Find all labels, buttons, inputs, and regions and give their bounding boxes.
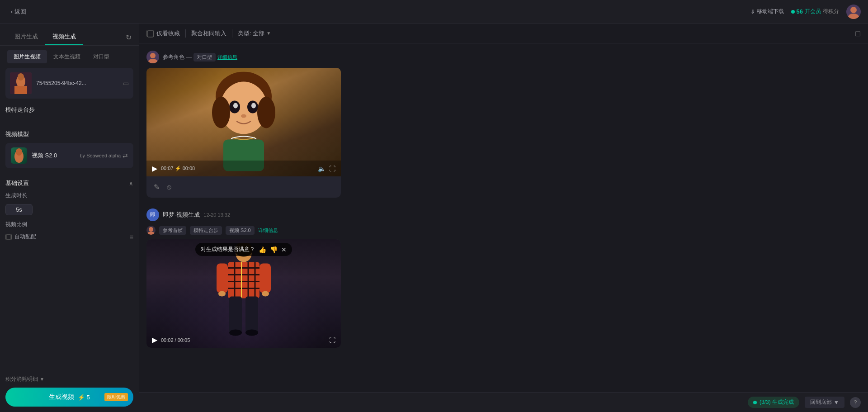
- generation-title: 即梦-视频生成: [163, 211, 200, 219]
- refresh-icon[interactable]: ↻: [126, 33, 132, 42]
- type-label: 类型: 全部: [238, 29, 264, 38]
- image-item[interactable]: 75455205-94bc-42... ▭: [5, 68, 133, 99]
- toolbar-divider-2: [232, 29, 232, 38]
- model-thumbnail: [11, 147, 27, 164]
- main-layout: 图片生成 视频生成 ↻ 图片生视频 文本生视频 对口型 75455205-94b…: [0, 24, 868, 412]
- play-button-2[interactable]: ▶: [152, 336, 157, 344]
- collapse-icon[interactable]: ∧: [129, 180, 133, 187]
- topbar-left: ‹ 返回: [7, 6, 30, 18]
- member-dot: [791, 10, 795, 14]
- sub-tab-txt2video[interactable]: 文本生视频: [47, 50, 87, 63]
- sidebar: 图片生成 视频生成 ↻ 图片生视频 文本生视频 对口型 75455205-94b…: [0, 24, 139, 412]
- download-icon: ⇓: [750, 9, 755, 15]
- svg-point-40: [262, 291, 269, 297]
- chevron-down-icon: ▼: [834, 399, 839, 406]
- image-id-label: 75455205-94bc-42...: [36, 80, 118, 86]
- svg-point-1: [848, 14, 859, 19]
- status-dot: [753, 401, 757, 404]
- aggregate-filter[interactable]: 聚合相同输入: [191, 29, 226, 38]
- ref-tag-model: 视频 S2.0: [226, 226, 255, 235]
- settings-section-title: 基础设置 ∧: [5, 174, 133, 192]
- back-button[interactable]: ‹ 返回: [7, 6, 30, 18]
- sub-tab-img2video[interactable]: 图片生视频: [7, 50, 47, 63]
- svg-rect-7: [147, 31, 154, 37]
- volume-icon-1[interactable]: 🔈: [318, 165, 326, 172]
- svg-point-39: [218, 291, 226, 297]
- thumbsdown-icon[interactable]: 👎: [270, 246, 278, 253]
- toolbar-divider: [185, 29, 186, 38]
- auto-ratio-checkbox[interactable]: 自动配配: [5, 233, 36, 241]
- model-name: 视频 S2.0: [32, 152, 57, 160]
- satisfaction-text: 对生成结果是否满意？: [201, 246, 255, 253]
- member-label[interactable]: 开会员: [805, 8, 821, 15]
- switch-icon[interactable]: ⇄: [123, 152, 128, 159]
- tab-image-generation[interactable]: 图片生成: [7, 29, 45, 45]
- video-controls-1: ▶ 00:07 ⚡ 00:08 🔈 ⛶: [146, 161, 341, 176]
- model-section-title: 视频模型: [5, 125, 133, 143]
- return-bottom-button[interactable]: 回到底部 ▼: [805, 397, 844, 408]
- ratio-label: 视频比例: [5, 221, 27, 228]
- satisfaction-bar: 对生成结果是否满意？ 👍 👎 ✕: [195, 243, 292, 256]
- ref-avatar-small: [146, 226, 156, 235]
- ratio-adjust-icon[interactable]: ≡: [130, 233, 133, 241]
- sub-tab-bar: 图片生视频 文本生视频 对口型: [0, 46, 139, 68]
- favorites-filter[interactable]: 仅看收藏: [146, 29, 180, 38]
- svg-point-4: [18, 73, 24, 81]
- play-button-1[interactable]: ▶: [152, 164, 157, 173]
- message-header-2: 即 即梦-视频生成 12-20 13:32: [146, 208, 861, 221]
- type-filter[interactable]: 类型: 全部 ▼: [238, 29, 271, 38]
- back-label: 返回: [14, 8, 26, 16]
- toolbar-right: ◻: [855, 29, 861, 38]
- duration-button[interactable]: 5s: [5, 204, 33, 215]
- svg-point-21: [147, 232, 155, 235]
- model-section: 视频模型 视频 S2.0 by Seaweed alpha ⇄: [0, 125, 139, 174]
- lightning-icon: ⚡: [78, 394, 85, 401]
- return-label: 回到底部: [810, 398, 832, 406]
- back-arrow-icon: ‹: [11, 8, 13, 15]
- ratio-options: 自动配配 ≡: [5, 233, 133, 241]
- generate-button[interactable]: 生成视频 ⚡ 5 限时优惠: [5, 388, 133, 407]
- member-count: 56: [797, 8, 803, 15]
- video-card-2: 对生成结果是否满意？ 👍 👎 ✕: [146, 239, 341, 348]
- topbar: ‹ 返回 ⇓ 移动端下载 56 开会员 得积分: [0, 0, 868, 24]
- satisfaction-close-icon[interactable]: ✕: [281, 246, 287, 253]
- detail-link-1[interactable]: 详细信息: [217, 54, 237, 61]
- download-button[interactable]: ⇓ 移动端下载: [750, 8, 784, 15]
- image-input-section: 75455205-94bc-42... ▭ 模特走台步: [0, 68, 139, 125]
- svg-rect-34: [259, 264, 271, 293]
- points-label[interactable]: 得积分: [823, 8, 839, 15]
- generate-credits: ⚡ 5: [78, 394, 90, 401]
- svg-rect-33: [217, 264, 228, 293]
- favorites-checkbox[interactable]: [146, 30, 154, 37]
- bottom-bar: (3/3) 生成完成 回到底部 ▼ ?: [139, 392, 868, 412]
- download-label: 移动端下载: [757, 8, 784, 15]
- generate-label: 生成视频: [49, 393, 74, 401]
- model-info: 视频 S2.0: [32, 152, 57, 160]
- fullscreen-video-btn-1[interactable]: ⛶: [329, 165, 335, 172]
- credits-row[interactable]: 积分消耗明细 ▼: [0, 371, 139, 388]
- ref-detail-link[interactable]: 详细信息: [258, 227, 278, 234]
- image-thumbnail: [10, 72, 32, 94]
- help-button[interactable]: ?: [850, 397, 861, 408]
- copy-icon[interactable]: ▭: [123, 80, 129, 87]
- avatar[interactable]: [846, 5, 861, 19]
- edit-action-button[interactable]: ✎: [152, 181, 161, 193]
- favorites-label: 仅看收藏: [156, 29, 180, 38]
- sub-tab-lipsync[interactable]: 对口型: [87, 50, 116, 63]
- svg-rect-6: [6, 234, 11, 239]
- svg-point-15: [251, 103, 256, 109]
- svg-rect-5: [14, 86, 27, 94]
- credits-label: 积分消耗明细: [5, 375, 38, 383]
- model-card[interactable]: 视频 S2.0 by Seaweed alpha ⇄: [5, 143, 133, 168]
- message-header-1: 参考角色 — 对口型 详细信息: [146, 51, 861, 63]
- fullscreen-icon[interactable]: ◻: [855, 29, 861, 37]
- share-action-button[interactable]: ⎋: [165, 181, 173, 193]
- settings-title-text: 基础设置: [5, 179, 29, 187]
- action-row-1: ✎ ⎋: [146, 176, 341, 198]
- svg-point-20: [149, 227, 153, 232]
- svg-rect-36: [245, 297, 258, 333]
- fullscreen-video-btn-2[interactable]: ⛶: [329, 336, 335, 344]
- tab-video-generation[interactable]: 视频生成: [45, 29, 83, 45]
- thumbsup-icon[interactable]: 👍: [259, 246, 266, 253]
- ref-character-label: 参考角色: [163, 53, 184, 61]
